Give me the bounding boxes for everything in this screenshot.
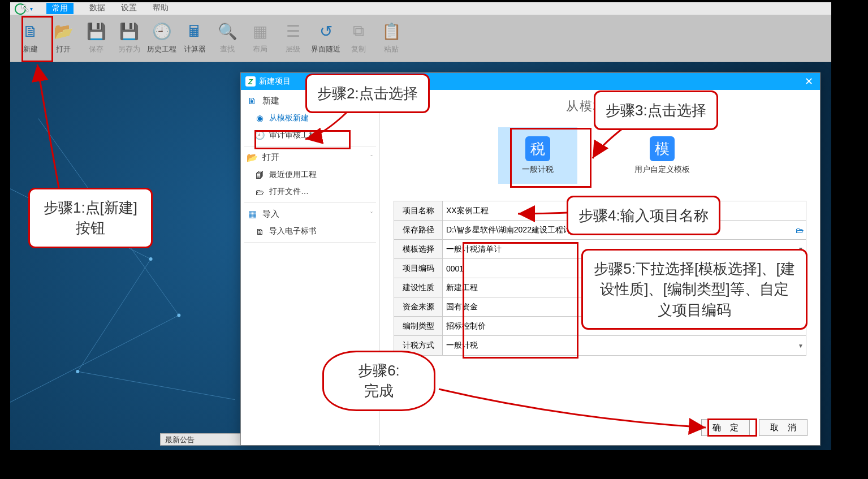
template-card-用户自定义模板[interactable]: 模用户自定义模板: [623, 127, 702, 184]
item-icon: 🗁: [253, 187, 266, 197]
sidebar-item-导入电子标书[interactable]: 🗎导入电子标书: [244, 223, 376, 240]
ribbon-icon: 📂: [54, 22, 74, 41]
group-icon: 🗎: [247, 96, 258, 106]
ok-button[interactable]: 确 定: [701, 419, 750, 436]
ribbon-保存: 💾保存: [80, 18, 112, 58]
ribbon-label: 计算器: [184, 44, 206, 54]
callout-step6: 步骤6:完成: [322, 351, 435, 411]
ribbon-label: 层级: [286, 44, 300, 54]
item-icon: 🕘: [253, 130, 266, 140]
svg-point-0: [149, 257, 153, 261]
svg-point-2: [177, 314, 180, 317]
ribbon-历史工程[interactable]: 🕘历史工程: [146, 18, 178, 58]
ribbon: 🗎新建📂打开💾保存💾另存为🕘历史工程🖩计算器🔍查找▦布局☰层级↺界面随近⧉复制📋…: [10, 15, 831, 62]
ribbon-icon: ⧉: [353, 22, 364, 41]
form-value-计税方式[interactable]: ▼: [443, 336, 806, 355]
callout-step4: 步骤4:输入项目名称: [567, 196, 720, 235]
dialog-title: 新建项目: [259, 76, 291, 87]
ribbon-label: 复制: [351, 44, 366, 54]
ribbon-icon: 🗎: [23, 22, 38, 41]
sidebar-group-导入[interactable]: ▦导入ˇ: [244, 205, 376, 223]
dialog-logo-icon: Z: [245, 76, 256, 87]
svg-point-1: [76, 370, 79, 373]
card-icon: 模: [650, 136, 675, 161]
ribbon-icon: 💾: [119, 22, 139, 41]
ribbon-icon: 🔍: [218, 22, 237, 41]
ribbon-label: 界面随近: [311, 44, 340, 54]
group-icon: 📂: [247, 152, 258, 163]
ribbon-icon: 🕘: [152, 22, 172, 41]
dialog-close-button[interactable]: ✕: [797, 73, 820, 90]
form-label-建设性质: 建设性质: [394, 278, 443, 297]
form-label-项目编码: 项目编码: [394, 259, 443, 278]
sidebar-group-打开[interactable]: 📂打开ˇ: [244, 149, 376, 166]
item-icon: 🗐: [253, 170, 266, 180]
form-input-计税方式[interactable]: [446, 341, 802, 350]
cancel-button[interactable]: 取 消: [759, 419, 807, 436]
template-card-一般计税[interactable]: 税一般计税: [498, 127, 577, 184]
ribbon-粘贴: 📋粘贴: [375, 18, 407, 58]
ribbon-label: 保存: [89, 44, 103, 54]
ribbon-label: 新建: [23, 44, 38, 54]
ribbon-label: 打开: [56, 44, 71, 54]
ribbon-label: 布局: [253, 44, 267, 54]
callout-step2: 步骤2:点击选择: [305, 74, 430, 113]
chevron-down-icon: ˇ: [370, 154, 373, 161]
ribbon-层级: ☰层级: [277, 18, 309, 58]
callout-step5: 步骤5:下拉选择[模板选择]、[建设性质]、[编制类型]等、自定义项目编码: [581, 249, 807, 330]
sidebar-item-最近使用工程[interactable]: 🗐最近使用工程: [244, 166, 376, 183]
ribbon-新建[interactable]: 🗎新建: [15, 18, 46, 58]
ribbon-计算器[interactable]: 🖩计算器: [179, 18, 210, 58]
ribbon-查找: 🔍查找: [211, 18, 243, 58]
callout-step3: 步骤3:点击选择: [594, 90, 718, 130]
ribbon-icon: 📋: [382, 22, 401, 41]
sidebar-item-打开文件…[interactable]: 🗁打开文件…: [244, 183, 376, 200]
form-label-资金来源: 资金来源: [394, 297, 443, 316]
ribbon-icon: ▦: [253, 22, 267, 41]
callout-step1: 步骤1:点[新建]按钮: [28, 188, 153, 248]
card-label: 一般计税: [522, 165, 554, 175]
ribbon-icon: 🖩: [187, 22, 202, 41]
menubar: 常用 数据 设置 帮助: [10, 2, 831, 15]
menu-changyong[interactable]: 常用: [46, 3, 74, 14]
menu-shezhi[interactable]: 设置: [121, 3, 137, 14]
dropdown-icon[interactable]: ▼: [798, 343, 804, 349]
form-label-项目名称: 项目名称: [394, 201, 443, 220]
ribbon-复制: ⧉复制: [343, 18, 374, 58]
ribbon-icon: ↺: [319, 22, 332, 41]
announcement-bar[interactable]: 最新公告: [160, 433, 245, 446]
card-label: 用户自定义模板: [634, 165, 690, 175]
form-label-保存路径: 保存路径: [394, 221, 443, 239]
form-label-编制类型: 编制类型: [394, 317, 443, 335]
item-icon: ◉: [253, 113, 266, 123]
group-icon: ▦: [247, 209, 258, 219]
form-label-模板选择: 模板选择: [394, 240, 443, 258]
folder-browse-icon[interactable]: 🗁: [796, 226, 804, 235]
ribbon-另存为: 💾另存为: [113, 18, 145, 58]
ribbon-label: 另存为: [118, 44, 140, 54]
ribbon-icon: ☰: [286, 22, 300, 41]
ribbon-label: 粘贴: [384, 44, 399, 54]
sidebar-item-审计审核工程[interactable]: 🕘审计审核工程: [244, 127, 376, 144]
ribbon-icon: 💾: [87, 22, 106, 41]
template-card-row: 税一般计税模用户自定义模板: [394, 127, 806, 184]
ribbon-打开[interactable]: 📂打开: [47, 18, 79, 58]
ribbon-界面随近[interactable]: ↺界面随近: [310, 18, 342, 58]
chevron-down-icon: ˇ: [370, 211, 373, 218]
card-icon: 税: [525, 136, 550, 161]
ribbon-label: 查找: [220, 44, 235, 54]
ribbon-布局: ▦布局: [244, 18, 276, 58]
ribbon-label: 历史工程: [147, 44, 176, 54]
mouse-cursor: ↖: [20, 1, 30, 15]
menu-bangzhu[interactable]: 帮助: [153, 3, 169, 14]
menu-shuju[interactable]: 数据: [89, 3, 105, 14]
item-icon: 🗎: [253, 227, 266, 236]
